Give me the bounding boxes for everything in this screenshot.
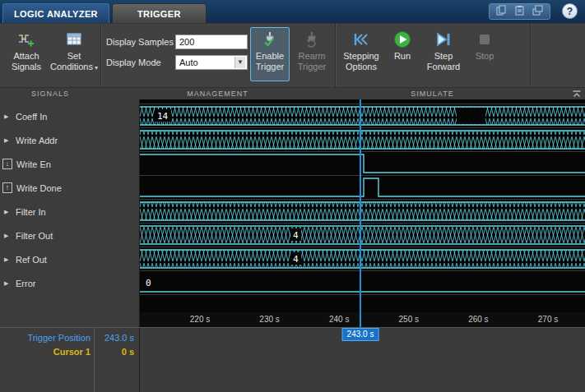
signal-row[interactable]: ▶Filter In: [0, 200, 95, 224]
stop-label: Stop: [476, 51, 494, 62]
attach-signals-label: Attach Signals: [7, 51, 46, 71]
time-axis: 220 s230 s240 s250 s260 s270 s: [140, 312, 585, 328]
toolstrip: Attach Signals Set Conditions▾ Display S…: [0, 23, 585, 87]
stepping-options-label: Stepping Options: [340, 51, 383, 71]
cursor1-label: Cursor 1: [0, 345, 91, 359]
simulate-section-label: SIMULATE: [335, 90, 530, 98]
expand-icon[interactable]: ▶: [4, 233, 12, 239]
signal-names-column: ▶Coeff In▶Write Addr↓Write En↑Write Done…: [0, 99, 95, 392]
signal-name: Coeff In: [16, 112, 47, 122]
expand-icon[interactable]: ▶: [4, 280, 12, 287]
enable-trigger-icon: [261, 30, 279, 48]
svg-text:14: 14: [157, 111, 169, 122]
time-tick-label: 240 s: [329, 315, 349, 324]
time-tick-label: 260 s: [468, 315, 488, 324]
step-forward-icon: [434, 30, 453, 48]
step-forward-label: Step Forward: [422, 51, 465, 71]
scalar-up-icon: ↑: [2, 182, 12, 193]
clipboard-icon[interactable]: [514, 4, 525, 19]
signal-row[interactable]: ▶Write Addr: [0, 128, 95, 152]
tab-bar: LOGIC ANALYZER TRIGGER ?: [0, 0, 585, 23]
help-button[interactable]: ?: [562, 3, 578, 19]
rearm-trigger-label: Rearm Trigger: [293, 51, 331, 71]
signals-section-label: SIGNALS: [0, 90, 100, 98]
trigger-position-label: Trigger Position: [0, 331, 91, 345]
status-column-divider: [94, 327, 95, 392]
enable-trigger-button[interactable]: Enable Trigger: [250, 27, 290, 81]
signal-name: Filter Out: [16, 231, 53, 241]
set-conditions-icon: [65, 30, 83, 48]
signal-row[interactable]: ↓Write En: [0, 152, 95, 176]
status-panel-divider: [0, 327, 585, 328]
logic-analyzer-window: LOGIC ANALYZER TRIGGER ? Attach Signals: [0, 0, 585, 392]
svg-text:0: 0: [146, 278, 151, 288]
time-tick-label: 250 s: [399, 315, 419, 324]
expand-icon[interactable]: ▶: [4, 113, 12, 120]
chevron-down-icon: ▼: [234, 57, 245, 68]
signal-name: Filter In: [16, 207, 46, 217]
signal-name: Error: [16, 279, 35, 288]
signal-row[interactable]: ▶Coeff In: [0, 104, 95, 128]
enable-trigger-label: Enable Trigger: [251, 51, 289, 71]
quick-access-toolbar: [489, 3, 550, 20]
set-conditions-button[interactable]: Set Conditions▾: [53, 27, 95, 81]
signal-row[interactable]: ▶Error: [0, 271, 95, 295]
expand-icon[interactable]: ▶: [4, 209, 12, 215]
run-label: Run: [394, 51, 411, 62]
rearm-trigger-button: Rearm Trigger: [292, 27, 332, 81]
signal-name: Write Addr: [16, 136, 58, 145]
trigger-cursor-line[interactable]: [360, 99, 361, 328]
stepping-options-icon: [352, 30, 370, 48]
display-samples-input[interactable]: [175, 35, 248, 49]
cursor1-value: 0 s: [95, 345, 134, 359]
signal-values-column: 243.0 s 0 s: [95, 99, 140, 392]
chevron-down-icon: ▾: [95, 64, 98, 71]
time-tick-label: 270 s: [538, 315, 558, 324]
stop-button: Stop: [467, 27, 502, 81]
copy-icon[interactable]: [496, 4, 507, 19]
section-label-strip: SIGNALS MANAGEMENT SIMULATE: [0, 87, 585, 99]
stepping-options-button[interactable]: Stepping Options: [339, 27, 383, 81]
signal-name: Ref Out: [16, 255, 47, 265]
attach-signals-icon: [17, 30, 35, 48]
scalar-down-icon: ↓: [2, 159, 12, 169]
signal-row[interactable]: ▶Ref Out: [0, 247, 95, 271]
trigger-cursor-time-badge[interactable]: 243.0 s: [342, 328, 379, 341]
waveform-display-area: ▶Coeff In▶Write Addr↓Write En↑Write Done…: [0, 99, 585, 392]
rearm-trigger-icon: [303, 30, 321, 48]
run-icon: [393, 30, 411, 48]
names-wave-divider[interactable]: [139, 99, 140, 392]
run-button[interactable]: Run: [385, 27, 420, 81]
stop-icon: [476, 30, 494, 48]
step-forward-button[interactable]: Step Forward: [421, 27, 466, 81]
tab-trigger[interactable]: TRIGGER: [112, 3, 207, 23]
trigger-position-value: 243.0 s: [95, 331, 134, 345]
wave-plot-region[interactable]: 14440 220 s230 s240 s250 s260 s270 s 243…: [140, 99, 585, 392]
display-mode-label: Display Mode: [106, 58, 175, 67]
signals-section: Attach Signals Set Conditions▾: [0, 24, 100, 87]
signal-row[interactable]: ↑Write Done: [0, 176, 95, 200]
signal-row[interactable]: ▶Filter Out: [0, 224, 95, 247]
time-tick-label: 230 s: [259, 315, 279, 324]
svg-text:4: 4: [293, 230, 299, 241]
waveform-plot[interactable]: 14440: [140, 99, 585, 312]
simulate-section: Stepping Options Run Step Forward Stop: [336, 24, 530, 87]
expand-icon[interactable]: ▶: [4, 256, 12, 263]
svg-text:4: 4: [293, 254, 299, 265]
set-conditions-label: Set Conditions: [50, 51, 93, 71]
collapse-toolstrip-icon[interactable]: [572, 90, 582, 99]
display-samples-label: Display Samples: [106, 37, 175, 47]
section-divider: [530, 24, 531, 87]
layers-icon[interactable]: [532, 4, 543, 19]
signal-name: Write Done: [16, 183, 62, 193]
tab-logic-analyzer[interactable]: LOGIC ANALYZER: [2, 3, 109, 23]
attach-signals-button[interactable]: Attach Signals: [6, 27, 47, 81]
time-tick-label: 220 s: [190, 315, 210, 324]
display-mode-dropdown[interactable]: Auto ▼: [175, 55, 248, 70]
management-section-label: MANAGEMENT: [100, 90, 335, 98]
management-section: Display Samples Display Mode Auto ▼ Enab…: [101, 24, 335, 87]
signal-name: Write En: [16, 159, 51, 169]
signal-list: ▶Coeff In▶Write Addr↓Write En↑Write Done…: [0, 104, 95, 295]
expand-icon[interactable]: ▶: [4, 137, 12, 144]
display-mode-value: Auto: [179, 58, 198, 67]
